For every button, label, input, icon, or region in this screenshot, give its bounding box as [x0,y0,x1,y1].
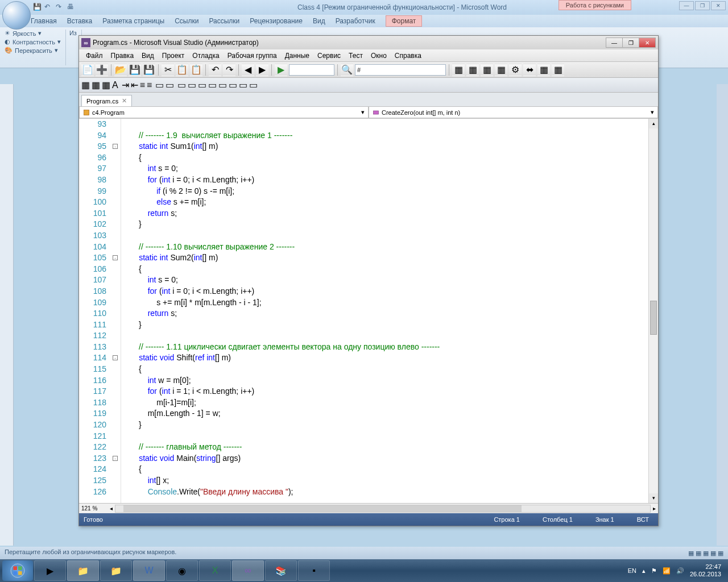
view-buttons[interactable]: ▦ ▦ ▦ ▦ ▦ [688,550,723,557]
tb-icon[interactable]: ▦ [452,64,465,76]
tb-icon[interactable]: ⚙ [509,64,522,76]
tb2-icon[interactable]: ▭ [198,80,206,90]
redo-icon[interactable]: ↷ [56,3,65,12]
hscroll-right-icon[interactable]: ▸ [653,505,656,512]
copy-icon[interactable]: 📋 [176,64,188,76]
save-icon[interactable]: 💾 [129,64,141,76]
tab-format[interactable]: Формат [386,15,423,27]
vs-titlebar[interactable]: ∞ Program.cs - Microsoft Visual Studio (… [79,36,658,49]
picture-tools-tab[interactable]: Работа с рисунками [559,0,631,10]
menu-team[interactable]: Рабочая группа [224,51,280,61]
maximize-button[interactable]: ❐ [695,1,710,10]
menu-edit[interactable]: Правка [107,51,138,61]
tb2-icon[interactable]: ▭ [249,80,258,90]
tab-insert[interactable]: Вставка [67,17,93,25]
task-winrar[interactable]: 📚 [265,560,297,581]
lang-indicator[interactable]: EN [628,567,636,574]
indent-icon[interactable]: ⇥ [122,80,129,90]
brightness-button[interactable]: ☀ Яркость ▾ [5,30,61,37]
class-combo[interactable]: c4.Program ▾ [79,106,369,118]
network-icon[interactable]: 📶 [663,567,671,575]
flag-icon[interactable]: ⚑ [651,567,657,575]
task-vs[interactable]: ∞ [232,560,264,581]
code-area[interactable]: // ------- 1.9 вычисляет выражение 1 ---… [121,119,658,503]
undo-icon[interactable]: ↶ [44,3,53,12]
tb-icon[interactable]: ⬌ [523,64,536,76]
task-excel[interactable]: X [199,560,231,581]
office-button[interactable] [2,1,31,30]
menu-window[interactable]: Окно [367,51,390,61]
tab-program-cs[interactable]: Program.cs ✕ [81,95,132,106]
paste-icon[interactable]: 📋 [190,64,202,76]
horizontal-scrollbar[interactable] [115,505,651,513]
save-icon[interactable]: 💾 [33,3,42,12]
new-project-icon[interactable]: 📄 [81,64,94,76]
quick-access-toolbar[interactable]: 💾 ↶ ↷ 🖶 [33,3,76,12]
menu-project[interactable]: Проект [159,51,188,61]
vs-minimize-button[interactable]: — [606,38,623,48]
outdent-icon[interactable]: ⇤ [131,80,138,90]
tb2-icon[interactable]: ▭ [188,80,196,90]
close-button[interactable]: ✕ [711,1,726,10]
tb2-icon[interactable]: ▭ [166,80,174,90]
recolor-button[interactable]: 🎨 Перекрасить ▾ [5,47,61,54]
tab-layout[interactable]: Разметка страницы [102,17,164,25]
scroll-up-icon[interactable]: ▴ [649,119,658,128]
find-input[interactable] [355,64,446,76]
comment-icon[interactable]: ≡ [140,80,145,90]
menu-tools[interactable]: Сервис [314,51,344,61]
menu-data[interactable]: Данные [282,51,313,61]
vs-maximize-button[interactable]: ❐ [622,38,639,48]
zoom-level[interactable]: 121 % [81,505,110,512]
print-icon[interactable]: 🖶 [67,3,76,12]
hscroll-left-icon[interactable]: ◂ [110,505,113,512]
task-word[interactable]: W [133,560,165,581]
nav-back-icon[interactable]: ◀ [242,64,254,76]
tb-icon[interactable]: ▦ [552,64,564,76]
tb2-icon[interactable]: ▭ [229,80,237,90]
tb-icon[interactable]: ▦ [537,64,550,76]
task-chrome[interactable]: ◉ [166,560,198,581]
clock[interactable]: 22:47 26.02.2013 [690,563,721,578]
menu-test[interactable]: Тест [345,51,366,61]
start-debug-icon[interactable]: ▶ [275,64,287,76]
task-explorer2[interactable]: 📁 [100,560,132,581]
tab-references[interactable]: Ссылки [175,17,198,25]
menu-debug[interactable]: Отладка [189,51,222,61]
outlining-margin[interactable]: ---- [111,119,121,503]
vertical-scrollbar-word[interactable] [717,84,728,546]
tb2-icon[interactable]: A [112,80,118,90]
tray-up-icon[interactable]: ▴ [642,567,646,575]
tb-icon[interactable]: ▦ [481,64,493,76]
contrast-button[interactable]: ◐ Контрастность ▾ [5,38,61,45]
task-cmd[interactable]: ▪ [298,560,330,581]
scroll-down-icon[interactable]: ▾ [649,493,658,503]
close-tab-icon[interactable]: ✕ [122,97,127,105]
redo-icon[interactable]: ↷ [223,64,235,76]
start-button[interactable] [2,560,33,581]
add-item-icon[interactable]: ➕ [96,64,108,76]
system-tray[interactable]: EN ▴ ⚑ 📶 🔊 22:47 26.02.2013 [628,563,726,578]
vertical-scrollbar[interactable]: ▴ ▾ [648,119,658,503]
cut-icon[interactable]: ✂ [162,64,174,76]
undo-icon[interactable]: ↶ [209,64,221,76]
scroll-thumb[interactable] [650,301,657,335]
uncomment-icon[interactable]: ≡ [147,80,152,90]
task-media[interactable]: ▶ [34,560,66,581]
menu-file[interactable]: Файл [82,51,106,61]
code-editor[interactable]: 9394959697989910010110210310410510610710… [79,119,658,503]
config-combo[interactable] [289,64,334,76]
tb-icon[interactable]: ▦ [466,64,479,76]
volume-icon[interactable]: 🔊 [676,567,684,575]
tb2-icon[interactable]: ▭ [208,80,217,90]
tb2-icon[interactable]: ▦ [81,80,90,90]
tb2-icon[interactable]: ▭ [177,80,186,90]
save-all-icon[interactable]: 💾 [143,64,155,76]
member-combo[interactable]: CreateZero(out int[] m, int n) ▾ [369,106,658,118]
minimize-button[interactable]: — [679,1,694,10]
tab-view[interactable]: Вид [313,17,325,25]
tb2-icon[interactable]: ▦ [92,80,100,90]
nav-fwd-icon[interactable]: ▶ [256,64,268,76]
tb2-icon[interactable]: ▭ [155,80,164,90]
tb2-icon[interactable]: ▭ [218,80,227,90]
